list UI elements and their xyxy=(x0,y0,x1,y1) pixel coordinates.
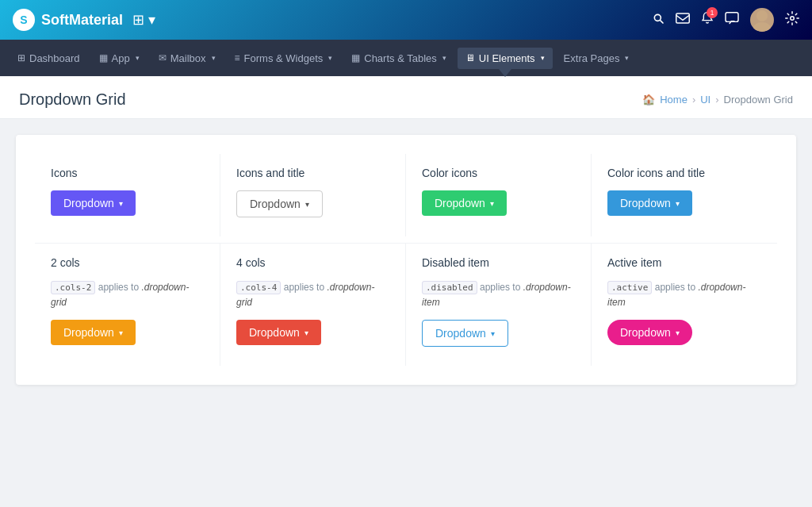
caret-icon: ▾ xyxy=(676,199,680,208)
cell-title: 4 cols xyxy=(236,256,389,269)
cell-icons-and-title: Icons and title Dropdown ▾ xyxy=(220,154,406,236)
chat-icon[interactable] xyxy=(725,12,739,28)
caret-icon: ▾ xyxy=(136,54,140,62)
bell-icon[interactable]: 1 xyxy=(701,11,714,29)
btn-label: Dropdown xyxy=(63,197,114,209)
svg-rect-0 xyxy=(676,13,690,23)
caret-icon: ▾ xyxy=(212,54,216,62)
navbar-right: 1 xyxy=(652,8,799,32)
active-indicator xyxy=(499,69,511,77)
breadcrumb-current: Dropdown Grid xyxy=(724,94,793,106)
breadcrumb-sep2: › xyxy=(715,94,718,106)
search-icon[interactable] xyxy=(652,12,665,28)
btn-label: Dropdown xyxy=(249,326,300,339)
sidebar-item-label: UI Elements xyxy=(479,52,535,64)
dropdown-button-icons-title[interactable]: Dropdown ▾ xyxy=(236,190,323,217)
caret-icon: ▾ xyxy=(305,200,309,209)
sidebar-item-mailbox[interactable]: ✉ Mailbox ▾ xyxy=(151,48,224,69)
caret-icon: ▾ xyxy=(328,54,332,62)
dropdown-grid-row2: 2 cols .cols-2 applies to .dropdown-grid… xyxy=(35,243,777,366)
sidebar-item-ui-elements[interactable]: 🖥 UI Elements ▾ xyxy=(458,48,553,69)
content-area: Icons Dropdown ▾ Icons and title Dropdow… xyxy=(0,119,812,401)
breadcrumb-home-link[interactable]: Home xyxy=(660,94,688,106)
dropdown-button-color-icons-title[interactable]: Dropdown ▾ xyxy=(607,190,692,216)
caret-icon: ▾ xyxy=(119,328,123,337)
dropdown-button-icons[interactable]: Dropdown ▾ xyxy=(51,190,136,216)
grid-icon[interactable]: ⊞ ▾ xyxy=(132,11,155,29)
cell-color-icons-title: Color icons and title Dropdown ▾ xyxy=(592,154,777,236)
avatar[interactable] xyxy=(750,8,774,32)
sidebar-item-label: Forms & Widgets xyxy=(244,52,324,64)
dashboard-icon: ⊞ xyxy=(17,52,25,63)
sidebar-item-forms-widgets[interactable]: ≡ Forms & Widgets ▾ xyxy=(227,48,341,69)
code-label: .cols-4 xyxy=(236,281,281,294)
secondary-navbar: ⊞ Dashboard ▦ App ▾ ✉ Mailbox ▾ ≡ Forms … xyxy=(0,40,812,76)
breadcrumb-home-icon: 🏠 xyxy=(642,94,655,106)
page-title: Dropdown Grid xyxy=(19,90,126,109)
brand-icon: S xyxy=(13,9,35,31)
code-label: .cols-2 xyxy=(51,281,95,294)
cell-title: Icons xyxy=(51,167,204,179)
breadcrumb-ui-link[interactable]: UI xyxy=(700,94,710,106)
sidebar-item-app[interactable]: ▦ App ▾ xyxy=(91,48,147,69)
caret-icon: ▾ xyxy=(625,54,629,62)
forms-icon: ≡ xyxy=(235,52,240,63)
cell-4cols: 4 cols .cols-4 applies to .dropdown-grid… xyxy=(220,244,406,366)
sidebar-item-label: App xyxy=(112,52,130,64)
dropdown-button-4cols[interactable]: Dropdown ▾ xyxy=(236,320,321,345)
cell-icons: Icons Dropdown ▾ xyxy=(35,154,220,236)
dropdown-button-color-icons[interactable]: Dropdown ▾ xyxy=(422,190,507,216)
sidebar-item-extra-pages[interactable]: Extra Pages ▾ xyxy=(556,48,638,69)
mailbox-icon: ✉ xyxy=(159,52,167,63)
cell-subtitle: .active applies to .dropdown-item xyxy=(607,280,761,310)
btn-label: Dropdown xyxy=(63,326,114,339)
svg-rect-1 xyxy=(726,13,738,22)
cell-title: Color icons xyxy=(422,167,575,179)
code-label: .active xyxy=(607,281,652,294)
brand: S SoftMaterial xyxy=(13,9,123,31)
sidebar-item-label: Dashboard xyxy=(29,52,80,64)
cell-subtitle: .cols-4 applies to .dropdown-grid xyxy=(236,280,389,310)
svg-point-2 xyxy=(756,10,768,21)
dropdown-grid-row1: Icons Dropdown ▾ Icons and title Dropdow… xyxy=(35,154,777,236)
sidebar-item-label: Charts & Tables xyxy=(364,52,437,64)
caret-icon: ▾ xyxy=(491,329,495,338)
cell-title: Disabled item xyxy=(422,256,575,269)
btn-label: Dropdown xyxy=(620,326,671,339)
cell-subtitle: .cols-2 applies to .dropdown-grid xyxy=(51,280,204,310)
sidebar-item-dashboard[interactable]: ⊞ Dashboard xyxy=(10,48,88,69)
cell-active-item: Active item .active applies to .dropdown… xyxy=(592,244,777,366)
ui-icon: 🖥 xyxy=(465,52,475,63)
bell-badge: 1 xyxy=(707,7,718,18)
dropdown-button-active[interactable]: Dropdown ▾ xyxy=(607,320,692,345)
btn-label: Dropdown xyxy=(250,198,301,210)
sidebar-item-label: Extra Pages xyxy=(564,52,620,64)
caret-icon: ▾ xyxy=(442,54,446,62)
btn-label: Dropdown xyxy=(620,197,671,209)
cell-subtitle: .disabled applies to .dropdown-item xyxy=(422,280,575,310)
cell-title: Icons and title xyxy=(236,167,389,179)
sidebar-item-charts-tables[interactable]: ▦ Charts & Tables ▾ xyxy=(343,48,454,69)
settings-icon[interactable] xyxy=(785,11,799,29)
sidebar-item-label: Mailbox xyxy=(170,52,206,64)
app-icon: ▦ xyxy=(99,52,108,63)
svg-point-3 xyxy=(753,22,771,32)
btn-label: Dropdown xyxy=(435,327,486,340)
page-header: Dropdown Grid 🏠 Home › UI › Dropdown Gri… xyxy=(0,76,812,119)
main-card: Icons Dropdown ▾ Icons and title Dropdow… xyxy=(16,135,796,385)
cell-disabled-item: Disabled item .disabled applies to .drop… xyxy=(406,244,592,366)
cell-title: 2 cols xyxy=(51,256,204,269)
top-navbar: S SoftMaterial ⊞ ▾ 1 xyxy=(0,0,812,40)
caret-icon: ▾ xyxy=(541,54,545,62)
caret-icon: ▾ xyxy=(119,199,123,208)
svg-point-4 xyxy=(791,17,795,21)
caret-icon: ▾ xyxy=(304,328,308,337)
mail-icon[interactable] xyxy=(676,13,690,27)
brand-name: SoftMaterial xyxy=(41,12,123,29)
cell-title: Active item xyxy=(607,256,761,269)
breadcrumb-sep: › xyxy=(692,94,695,106)
cell-title: Color icons and title xyxy=(607,167,761,179)
dropdown-button-disabled[interactable]: Dropdown ▾ xyxy=(422,320,508,347)
dropdown-button-2cols[interactable]: Dropdown ▾ xyxy=(51,320,136,345)
charts-icon: ▦ xyxy=(351,52,360,63)
